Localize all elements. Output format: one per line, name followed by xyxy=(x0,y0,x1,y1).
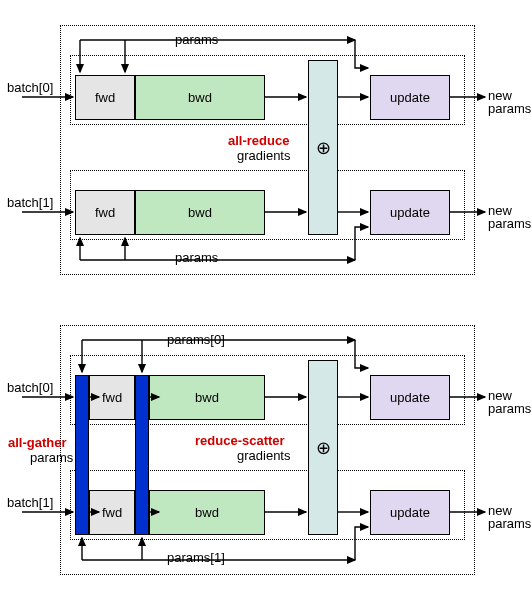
bwd-label: bwd xyxy=(188,90,212,105)
plus-symbol: ⊕ xyxy=(316,137,331,159)
bottom-batch1-label: batch[1] xyxy=(7,495,53,510)
top-batch0-label: batch[0] xyxy=(7,80,53,95)
fwd-label: fwd xyxy=(95,90,115,105)
bottom-allgather-bar-0 xyxy=(75,375,89,535)
top-bwd-1: bwd xyxy=(135,190,265,235)
top-newparams0-b: params xyxy=(488,101,531,116)
bottom-rs-gradients-label: gradients xyxy=(237,448,290,463)
top-gradients-label: gradients xyxy=(237,148,290,163)
top-fwd-0: fwd xyxy=(75,75,135,120)
bottom-newparams0-b: params[0] xyxy=(488,401,532,416)
fwd-label: fwd xyxy=(102,390,122,405)
top-newparams1-b: params xyxy=(488,216,531,231)
bottom-newparams1-b: params[1] xyxy=(488,516,532,531)
bottom-params1-label: params[1] xyxy=(167,550,225,565)
update-label: update xyxy=(390,505,430,520)
bwd-label: bwd xyxy=(188,205,212,220)
bottom-batch0-label: batch[0] xyxy=(7,380,53,395)
plus-symbol: ⊕ xyxy=(316,437,331,459)
top-allreduce-label: all-reduce xyxy=(228,133,289,148)
bottom-reducescatter-block: ⊕ xyxy=(308,360,338,535)
fwd-label: fwd xyxy=(95,205,115,220)
bottom-update-0: update xyxy=(370,375,450,420)
update-label: update xyxy=(390,90,430,105)
bottom-bwd-0: bwd xyxy=(149,375,265,420)
bwd-label: bwd xyxy=(195,390,219,405)
top-params-label: params xyxy=(175,32,218,47)
top-update-0: update xyxy=(370,75,450,120)
bwd-label: bwd xyxy=(195,505,219,520)
top-bwd-0: bwd xyxy=(135,75,265,120)
bottom-ag-params-label: params xyxy=(30,450,73,465)
bottom-fwd-1: fwd xyxy=(89,490,135,535)
bottom-reducescatter-label: reduce-scatter xyxy=(195,433,285,448)
update-label: update xyxy=(390,390,430,405)
top-allreduce-block: ⊕ xyxy=(308,60,338,235)
update-label: update xyxy=(390,205,430,220)
bottom-allgather-label: all-gather xyxy=(8,435,67,450)
top-params-bottom-label: params xyxy=(175,250,218,265)
bottom-update-1: update xyxy=(370,490,450,535)
top-fwd-1: fwd xyxy=(75,190,135,235)
bottom-fwd-0: fwd xyxy=(89,375,135,420)
top-update-1: update xyxy=(370,190,450,235)
bottom-bwd-1: bwd xyxy=(149,490,265,535)
bottom-allgather-bar-1 xyxy=(135,375,149,535)
bottom-params0-label: params[0] xyxy=(167,332,225,347)
fwd-label: fwd xyxy=(102,505,122,520)
top-batch1-label: batch[1] xyxy=(7,195,53,210)
